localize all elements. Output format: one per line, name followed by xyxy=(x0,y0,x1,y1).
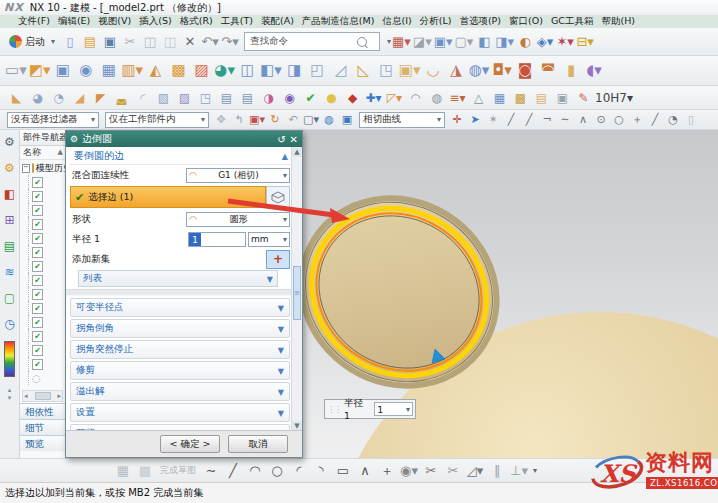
dialog-section[interactable]: 修剪 xyxy=(70,361,290,380)
pyramid-button[interactable]: ◮ xyxy=(446,59,467,83)
through-curves-button[interactable]: ◫ xyxy=(237,59,258,83)
bend-button[interactable]: ◡ xyxy=(423,59,444,83)
snap-circle-button[interactable]: ○ xyxy=(611,112,627,128)
menu-item[interactable]: 装配(A) xyxy=(257,15,298,28)
start-menu-button[interactable]: 启动 ▾ xyxy=(4,31,60,53)
scroll-thumb[interactable] xyxy=(35,392,51,400)
menu-item[interactable]: 格式(R) xyxy=(176,15,217,28)
tree-row[interactable] xyxy=(20,231,65,245)
navigator-column-header[interactable]: 名称 ▲ xyxy=(20,146,65,160)
rotate-set-button[interactable]: ◍ xyxy=(427,88,446,107)
stop-rule-button[interactable]: ✛ xyxy=(449,112,465,128)
arc-button[interactable]: ◠ xyxy=(245,461,265,481)
scroll-right-icon[interactable]: ▸ xyxy=(57,392,61,400)
datum-axis-button[interactable]: ◆ xyxy=(343,88,362,107)
dialog-section[interactable]: 设置 xyxy=(70,403,290,422)
onscreen-radius-input[interactable]: ⋮⋮ 半径 1 1 ▾ xyxy=(324,399,416,419)
block-button[interactable]: ▣▾ xyxy=(399,59,421,83)
tree-row[interactable] xyxy=(20,217,65,231)
menu-item[interactable]: 帮助(H) xyxy=(597,15,639,28)
snap-enable-button[interactable]: ✶ xyxy=(485,112,501,128)
shaded-cube-button[interactable]: ▣▾ xyxy=(434,32,453,52)
extrude-button[interactable]: ▣ xyxy=(52,59,73,83)
background-button[interactable]: ▢▾ xyxy=(454,32,473,52)
camera-button[interactable]: ◉ xyxy=(280,88,299,107)
select-all-button[interactable]: ✥ xyxy=(213,112,229,128)
examine-geometry-button[interactable]: ✔ xyxy=(301,88,320,107)
list-section[interactable]: 列表 xyxy=(78,270,278,287)
snap-pole-button[interactable]: ∧ xyxy=(575,112,591,128)
chamfer-curve-button[interactable]: ◝ xyxy=(311,461,331,481)
pattern-geometry-button[interactable]: ▨ xyxy=(191,59,212,83)
chevron-down-icon[interactable]: ▾ xyxy=(533,466,537,475)
web-browser-icon[interactable]: ≋ xyxy=(2,264,18,280)
shell-button[interactable]: ◳ xyxy=(196,88,215,107)
navigator-tab[interactable]: 预览 xyxy=(20,435,65,451)
new-file-button[interactable]: ▯ xyxy=(61,32,79,52)
sphere-wire-button[interactable]: ◍▾ xyxy=(469,59,490,83)
profile-button[interactable]: ∧ xyxy=(355,461,375,481)
rotate-view-button[interactable]: ↻ xyxy=(267,112,283,128)
point-set-button[interactable]: ✚▾ xyxy=(364,88,383,107)
roles-palette-icon[interactable] xyxy=(4,341,15,377)
menu-item[interactable]: GC工具箱 xyxy=(547,15,598,28)
dialog-scrollbar[interactable]: ▲ ≡ ▼ xyxy=(291,147,302,431)
unite-button[interactable]: ◘▾ xyxy=(492,59,513,83)
rectangle-button[interactable]: ▭ xyxy=(333,461,353,481)
menu-item[interactable]: 视图(V) xyxy=(94,15,135,28)
tube-button[interactable]: ◨ xyxy=(284,59,305,83)
selection-filter-dropdown[interactable]: 没有选择过滤器 ▾ xyxy=(7,112,99,128)
tree-row[interactable] xyxy=(20,175,65,189)
navigator-tab[interactable]: 相依性 xyxy=(20,403,65,419)
dialog-section[interactable]: 溢出解 xyxy=(70,382,290,401)
drag-handle-icon[interactable]: ⋮⋮ xyxy=(327,405,341,414)
menu-item[interactable]: 文件(F) xyxy=(14,15,54,28)
window-layout-button[interactable]: ▦▾ xyxy=(392,32,411,52)
emboss-button[interactable]: ▮ xyxy=(561,59,582,83)
snap-spline-button[interactable]: ∼ xyxy=(557,112,573,128)
menu-item[interactable]: 窗口(O) xyxy=(505,15,547,28)
curve-mesh-button[interactable]: ◳ xyxy=(376,59,397,83)
snap-midpoint-button[interactable]: ╱ xyxy=(521,112,537,128)
menu-item[interactable]: 产品制造信息(M) xyxy=(298,15,379,28)
annotation-button[interactable]: ◠ xyxy=(406,88,425,107)
quick-trim-button[interactable]: ✂ xyxy=(421,461,441,481)
select-edge-row[interactable]: ✔ 选择边 (1) xyxy=(70,186,266,208)
collapse-icon[interactable]: − xyxy=(22,164,30,173)
draft-body-button[interactable]: ◤ xyxy=(91,88,110,107)
checkbox-checked-icon[interactable] xyxy=(32,317,43,328)
checkbox-checked-icon[interactable] xyxy=(32,219,43,230)
history-palette-icon[interactable]: ▢ xyxy=(2,290,18,306)
rectangle-select-button[interactable]: ▢▾ xyxy=(303,112,319,128)
open-button[interactable]: ▤ xyxy=(81,32,99,52)
checkbox-checked-icon[interactable] xyxy=(32,289,43,300)
import-csv-button[interactable]: ▤ xyxy=(238,88,257,107)
brush-dimension-button[interactable]: ✎ xyxy=(574,88,593,107)
offset-face-button[interactable]: ◛ xyxy=(112,88,131,107)
menu-item[interactable]: 插入(S) xyxy=(135,15,175,28)
ruled-surface-button[interactable]: ◰ xyxy=(307,59,328,83)
checkbox-checked-icon[interactable] xyxy=(32,303,43,314)
vector-button[interactable]: ◸▾ xyxy=(385,88,404,107)
menu-item[interactable]: 工具(T) xyxy=(217,15,257,28)
paste-button[interactable]: ◫ xyxy=(161,32,179,52)
tree-row[interactable] xyxy=(20,245,65,259)
system-clock-icon[interactable]: ◷ xyxy=(2,316,18,332)
snap-quadrant-button[interactable]: ◔ xyxy=(665,112,681,128)
constraint-navigator-icon[interactable]: ◧ xyxy=(2,186,18,202)
pattern-feature-button[interactable]: ▩ xyxy=(168,59,189,83)
search-input[interactable] xyxy=(248,35,357,48)
command-finder[interactable] xyxy=(244,32,380,51)
bounded-plane-button[interactable]: ◺ xyxy=(353,59,374,83)
snap-tangent-button[interactable]: ╱ xyxy=(647,112,663,128)
tree-row[interactable] xyxy=(20,189,65,203)
follow-fillet-button[interactable]: ➤ xyxy=(467,112,483,128)
mirror-feature-button[interactable]: ◕▾ xyxy=(214,59,235,83)
boss-button[interactable]: ▥▾ xyxy=(121,59,143,83)
checkbox-checked-icon[interactable] xyxy=(32,177,43,188)
sketch-environment-icon[interactable]: ▦ xyxy=(113,461,133,481)
checkbox-checked-icon[interactable] xyxy=(32,191,43,202)
subtract-button[interactable]: ◙ xyxy=(515,59,536,83)
snap-point-on-curve-button[interactable]: ＋ xyxy=(629,112,645,128)
dialog-section[interactable]: 拐角突然停止 xyxy=(70,340,290,359)
